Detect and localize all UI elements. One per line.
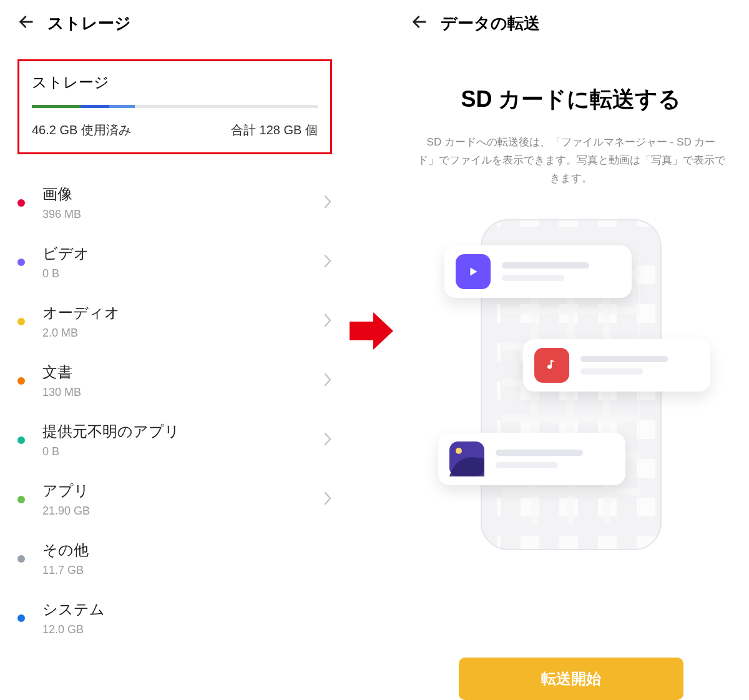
category-size: 0 B — [42, 267, 323, 280]
category-dot-icon — [17, 614, 25, 622]
app-icon — [449, 441, 484, 476]
category-row[interactable]: 画像396 MB — [17, 173, 332, 232]
category-text: 画像396 MB — [42, 184, 323, 221]
category-dot-icon — [17, 259, 25, 266]
category-size: 21.90 GB — [42, 505, 323, 518]
category-text: 提供元不明のアプリ0 B — [42, 421, 323, 458]
start-transfer-button[interactable]: 転送開始 — [459, 658, 683, 700]
storage-total-label: 合計 128 GB 個 — [231, 122, 318, 139]
category-title: 提供元不明のアプリ — [42, 421, 323, 441]
arrow-right-icon — [350, 312, 393, 350]
category-dot-icon — [17, 496, 25, 503]
page-title: データの転送 — [441, 12, 540, 34]
category-text: 文書130 MB — [42, 362, 323, 399]
storage-screen: ストレージ ストレージ 46.2 GB 使用済み 合計 128 GB 個 画像3… — [0, 0, 350, 700]
play-icon — [456, 254, 491, 289]
storage-summary-title: ストレージ — [32, 72, 318, 92]
category-size: 130 MB — [42, 386, 323, 399]
storage-header: ストレージ — [17, 12, 332, 34]
storage-summary-card: ストレージ 46.2 GB 使用済み 合計 128 GB 個 — [17, 59, 332, 154]
music-icon — [534, 348, 569, 383]
category-size: 2.0 MB — [42, 327, 323, 340]
transfer-title: SD カードに転送する — [411, 84, 732, 115]
category-size: 12.0 GB — [42, 623, 332, 636]
chevron-right-icon — [323, 252, 332, 273]
category-dot-icon — [17, 555, 25, 563]
category-size: 11.7 GB — [42, 564, 332, 577]
chevron-right-icon — [323, 370, 332, 392]
category-text: その他11.7 GB — [42, 540, 332, 577]
file-card — [438, 433, 625, 485]
category-text: システム12.0 GB — [42, 599, 332, 636]
svg-marker-3 — [470, 267, 477, 275]
category-size: 0 B — [42, 445, 323, 458]
svg-point-4 — [456, 448, 462, 454]
category-row: その他11.7 GB — [17, 529, 332, 588]
category-title: 画像 — [42, 184, 323, 204]
transfer-screen: データの転送 SD カードに転送する SD カードへの転送後は、「ファイルマネー… — [393, 0, 749, 700]
category-text: オーディオ2.0 MB — [42, 303, 323, 340]
category-dot-icon — [17, 318, 25, 325]
category-row[interactable]: 文書130 MB — [17, 351, 332, 410]
category-title: 文書 — [42, 362, 323, 382]
page-title: ストレージ — [47, 12, 131, 34]
category-row[interactable]: オーディオ2.0 MB — [17, 292, 332, 351]
category-size: 396 MB — [42, 208, 323, 221]
category-title: システム — [42, 599, 332, 619]
category-row[interactable]: 提供元不明のアプリ0 B — [17, 410, 332, 470]
storage-summary-row: 46.2 GB 使用済み 合計 128 GB 個 — [32, 122, 318, 139]
category-text: アプリ21.90 GB — [42, 481, 323, 518]
category-list: 画像396 MBビデオ0 Bオーディオ2.0 MB文書130 MB提供元不明のア… — [17, 173, 332, 648]
category-row[interactable]: ビデオ0 B — [17, 232, 332, 292]
chevron-right-icon — [323, 430, 332, 451]
category-text: ビデオ0 B — [42, 244, 323, 280]
back-icon[interactable] — [17, 13, 35, 34]
transfer-description: SD カードへの転送後は、「ファイルマネージャー - SD カード」でファイルを… — [411, 134, 732, 188]
file-card — [444, 245, 632, 298]
category-title: オーディオ — [42, 303, 323, 323]
start-transfer-label: 転送開始 — [541, 669, 601, 689]
category-title: ビデオ — [42, 244, 323, 264]
category-dot-icon — [17, 377, 25, 385]
transfer-header: データの転送 — [411, 12, 732, 34]
category-title: その他 — [42, 540, 332, 560]
category-row: システム12.0 GB — [17, 588, 332, 648]
category-dot-icon — [17, 199, 25, 207]
chevron-right-icon — [323, 311, 332, 332]
storage-usage-bar — [32, 105, 318, 108]
phone-illustration — [481, 219, 662, 550]
svg-marker-1 — [350, 312, 393, 350]
back-icon[interactable] — [411, 13, 428, 34]
chevron-right-icon — [323, 192, 332, 214]
category-row[interactable]: アプリ21.90 GB — [17, 470, 332, 529]
chevron-right-icon — [323, 489, 332, 510]
storage-used-label: 46.2 GB 使用済み — [32, 122, 131, 139]
category-dot-icon — [17, 436, 25, 444]
file-card — [523, 339, 710, 392]
category-title: アプリ — [42, 481, 323, 501]
